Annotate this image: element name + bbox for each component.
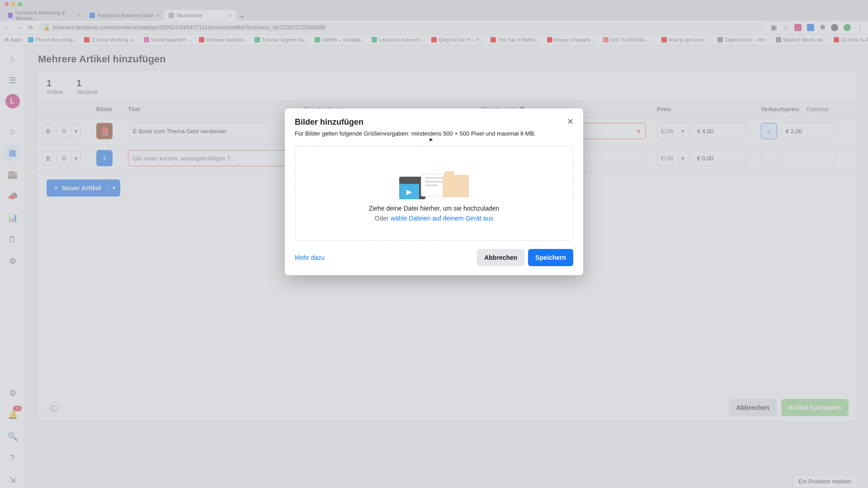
modal-save-button[interactable]: Speichern (528, 249, 573, 266)
upload-illustration: ▶ (399, 165, 469, 197)
learn-more-link[interactable]: Mehr dazu (295, 254, 325, 261)
modal-title: Bilder hinzufügen (295, 117, 573, 127)
close-icon[interactable]: ✕ (563, 115, 577, 128)
modal-overlay[interactable]: ✕ Bilder hinzufügen Für Bilder gelten fo… (0, 0, 868, 488)
add-images-modal: ✕ Bilder hinzufügen Für Bilder gelten fo… (285, 108, 583, 275)
dropzone-instruction: Ziehe deine Datei hierher, um sie hochzu… (369, 205, 500, 212)
modal-cancel-button[interactable]: Abbrechen (477, 249, 524, 266)
upload-dropzone[interactable]: ➤ ▶ Ziehe deine Datei hierher, um sie ho… (295, 146, 573, 241)
choose-files-link[interactable]: wähle Dateien auf deinem Gerät aus (391, 215, 493, 222)
dropzone-alt: Oder wähle Dateien auf deinem Gerät aus (375, 215, 493, 222)
cursor-icon: ➤ (429, 136, 433, 143)
modal-description: Für Bilder gelten folgende Größenvorgabe… (295, 130, 573, 138)
